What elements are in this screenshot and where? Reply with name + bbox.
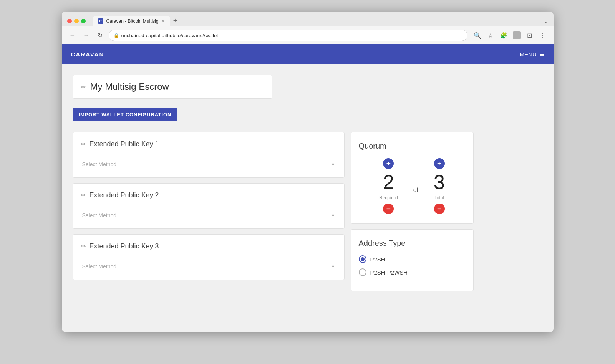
- url-text: unchained-capital.github.io/caravan/#/wa…: [121, 33, 218, 38]
- browser-window: C Caravan - Bitcoin Multisig × + ⌄ ← → ↻…: [62, 12, 554, 332]
- keys-column: ✏ Extended Public Key 1 Select Method En…: [73, 132, 345, 280]
- address-type-card: Address Type P2SH P2SH-P2WSH: [351, 229, 474, 291]
- key-3-edit-icon[interactable]: ✏: [81, 243, 86, 250]
- key-card-1-header: ✏ Extended Public Key 1: [81, 140, 337, 148]
- key-3-method-wrapper: Select Method Enter xpub Hardware Wallet…: [81, 260, 337, 273]
- key-card-2: ✏ Extended Public Key 2 Select Method En…: [73, 183, 345, 229]
- toolbar-icons: 🔍 ☆ 🧩 ⊡ ⋮: [472, 30, 548, 41]
- chrome-titlebar: C Caravan - Bitcoin Multisig × + ⌄: [62, 12, 554, 26]
- quorum-controls: + 2 Required − of: [359, 158, 466, 214]
- required-col: + 2 Required −: [379, 158, 398, 214]
- address-type-title: Address Type: [359, 239, 466, 248]
- key-2-edit-icon[interactable]: ✏: [81, 192, 86, 199]
- key-2-method-wrapper: Select Method Enter xpub Hardware Wallet…: [81, 208, 337, 222]
- required-decrement-button[interactable]: −: [383, 204, 394, 214]
- key-card-2-header: ✏ Extended Public Key 2: [81, 191, 337, 199]
- extensions-icon[interactable]: 🧩: [498, 30, 509, 41]
- url-bar[interactable]: 🔒 unchained-capital.github.io/caravan/#/…: [109, 30, 467, 41]
- more-menu-icon[interactable]: ⋮: [537, 30, 548, 41]
- key-card-3: ✏ Extended Public Key 3 Select Method En…: [73, 234, 345, 280]
- tab-favicon: C: [98, 18, 103, 24]
- hamburger-icon: ≡: [540, 50, 544, 59]
- total-increment-button[interactable]: +: [434, 158, 445, 169]
- p2sh-radio-inner: [361, 257, 365, 261]
- key-2-title: Extended Public Key 2: [90, 191, 159, 199]
- total-value: 3: [434, 172, 445, 192]
- dot-red[interactable]: [67, 19, 72, 23]
- dot-yellow[interactable]: [74, 19, 79, 23]
- sidebar-icon[interactable]: ⊡: [524, 30, 535, 41]
- chrome-toolbar: ← → ↻ 🔒 unchained-capital.github.io/cara…: [62, 26, 554, 44]
- wallet-name-edit-icon[interactable]: ✏: [81, 83, 86, 91]
- p2sh-p2wsh-radio-outer: [359, 268, 366, 276]
- wallet-name-card: ✏ My Multisig Escrow: [73, 75, 272, 99]
- quorum-of-label: of: [413, 187, 418, 194]
- required-value: 2: [383, 172, 394, 192]
- wallet-name-text: My Multisig Escrow: [90, 81, 169, 92]
- lock-icon: 🔒: [114, 33, 119, 38]
- app-content: CARAVAN MENU ≡ ✏ My Multisig Escrow IMPO…: [62, 44, 554, 332]
- search-icon[interactable]: 🔍: [472, 30, 483, 41]
- key-1-method-wrapper: Select Method Enter xpub Hardware Wallet…: [81, 157, 337, 171]
- tab-title: Caravan - Bitcoin Multisig: [106, 18, 159, 24]
- p2sh-radio-outer: [359, 255, 366, 263]
- key-1-method-select[interactable]: Select Method Enter xpub Hardware Wallet: [81, 157, 337, 171]
- key-1-edit-icon[interactable]: ✏: [81, 141, 86, 148]
- required-label: Required: [379, 195, 398, 200]
- bookmark-icon[interactable]: ☆: [485, 30, 496, 41]
- two-column-layout: ✏ Extended Public Key 1 Select Method En…: [73, 132, 474, 291]
- p2sh-label: P2SH: [370, 256, 385, 263]
- quorum-card: Quorum + 2 Required −: [351, 132, 474, 224]
- forward-button[interactable]: →: [81, 30, 92, 41]
- main-content: ✏ My Multisig Escrow IMPORT WALLET CONFI…: [62, 64, 484, 302]
- chrome-tabs: C Caravan - Bitcoin Multisig × +: [93, 15, 540, 26]
- reload-button[interactable]: ↻: [95, 30, 106, 41]
- address-type-p2sh[interactable]: P2SH: [359, 255, 466, 263]
- chrome-dots: [67, 19, 86, 23]
- key-3-title: Extended Public Key 3: [90, 242, 159, 250]
- total-decrement-button[interactable]: −: [434, 204, 445, 214]
- key-1-title: Extended Public Key 1: [90, 140, 159, 148]
- key-card-3-header: ✏ Extended Public Key 3: [81, 242, 337, 250]
- key-3-method-select[interactable]: Select Method Enter xpub Hardware Wallet: [81, 260, 337, 273]
- dot-green[interactable]: [81, 19, 86, 23]
- quorum-title: Quorum: [359, 142, 466, 151]
- new-tab-button[interactable]: +: [170, 15, 181, 26]
- menu-label: MENU: [520, 51, 537, 58]
- tab-close-button[interactable]: ×: [162, 18, 165, 24]
- menu-button[interactable]: MENU ≡: [520, 50, 544, 59]
- address-type-p2sh-p2wsh[interactable]: P2SH-P2WSH: [359, 268, 466, 276]
- back-button[interactable]: ←: [67, 30, 78, 41]
- total-label: Total: [434, 195, 444, 200]
- required-increment-button[interactable]: +: [383, 158, 394, 169]
- import-wallet-button[interactable]: IMPORT WALLET CONFIGURATION: [73, 108, 178, 121]
- browser-tab[interactable]: C Caravan - Bitcoin Multisig ×: [93, 16, 170, 26]
- profile-icon[interactable]: [511, 30, 522, 41]
- app-brand: CARAVAN: [71, 51, 104, 58]
- key-2-method-select[interactable]: Select Method Enter xpub Hardware Wallet: [81, 208, 337, 222]
- p2sh-p2wsh-label: P2SH-P2WSH: [370, 269, 408, 276]
- window-expand-button[interactable]: ⌄: [543, 17, 548, 25]
- app-navbar: CARAVAN MENU ≡: [62, 44, 554, 64]
- key-card-1: ✏ Extended Public Key 1 Select Method En…: [73, 132, 345, 178]
- total-col: + 3 Total −: [434, 158, 445, 214]
- right-column: Quorum + 2 Required −: [351, 132, 474, 291]
